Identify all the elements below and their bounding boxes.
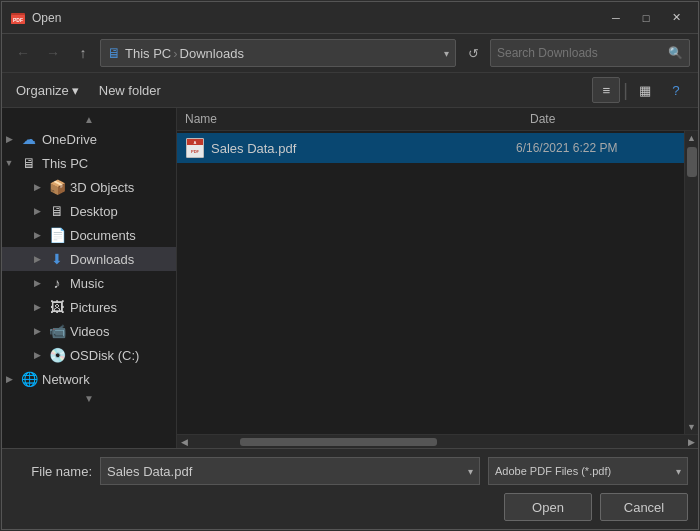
sidebar-label-osdisk: OSDisk (C:) bbox=[70, 348, 139, 363]
back-button[interactable]: ← bbox=[10, 40, 36, 66]
table-row[interactable]: A PDF Sales Data.pdf 6/16/2021 6:22 PM bbox=[177, 133, 684, 163]
view-divider: | bbox=[623, 80, 628, 101]
sidebar-expand-desktop: ▶ bbox=[30, 204, 44, 218]
sidebar-expand-pictures: ▶ bbox=[30, 300, 44, 314]
file-name: Sales Data.pdf bbox=[211, 141, 516, 156]
sidebar-expand-videos: ▶ bbox=[30, 324, 44, 338]
sidebar-item-music[interactable]: ▶ ♪ Music bbox=[2, 271, 176, 295]
scroll-down-arrow[interactable]: ▼ bbox=[685, 420, 699, 434]
sidebar-expand-osdisk: ▶ bbox=[30, 348, 44, 362]
filename-dropdown-arrow: ▾ bbox=[468, 466, 473, 477]
sidebar-item-downloads[interactable]: ▶ ⬇ Downloads bbox=[2, 247, 176, 271]
command-toolbar: Organize ▾ New folder ≡ | ▦ ? bbox=[2, 73, 698, 108]
scroll-thumb[interactable] bbox=[687, 147, 697, 177]
sidebar: ▲ ▶ ☁ OneDrive ▼ 🖥 This PC ▶ 📦 3D Object… bbox=[2, 108, 177, 448]
view-list-button[interactable]: ≡ bbox=[592, 77, 620, 103]
file-area-with-scroll: A PDF Sales Data.pdf 6/16/2021 6:22 PM bbox=[177, 131, 698, 434]
toolbar2-left: Organize ▾ New folder bbox=[10, 80, 167, 101]
organize-button[interactable]: Organize ▾ bbox=[10, 80, 85, 101]
dialog-icon: PDF bbox=[10, 10, 26, 26]
file-table-header: Name Date bbox=[177, 108, 698, 131]
osdisk-icon: 💿 bbox=[48, 346, 66, 364]
sidebar-item-pictures[interactable]: ▶ 🖼 Pictures bbox=[2, 295, 176, 319]
search-icon: 🔍 bbox=[668, 46, 683, 60]
sidebar-label-downloads: Downloads bbox=[70, 252, 134, 267]
vertical-scrollbar: ▲ ▼ bbox=[684, 131, 698, 434]
h-scroll-left-arrow[interactable]: ◀ bbox=[177, 435, 191, 449]
sidebar-expand-3d: ▶ bbox=[30, 180, 44, 194]
breadcrumb: This PC › Downloads bbox=[125, 46, 440, 61]
dialog-title: Open bbox=[32, 11, 61, 25]
sidebar-expand-onedrive: ▶ bbox=[2, 132, 16, 146]
file-date: 6/16/2021 6:22 PM bbox=[516, 141, 676, 155]
minimize-button[interactable]: ─ bbox=[602, 7, 630, 29]
sidebar-item-videos[interactable]: ▶ 📹 Videos bbox=[2, 319, 176, 343]
filetype-value: Adobe PDF Files (*.pdf) bbox=[495, 465, 611, 477]
main-content: ▲ ▶ ☁ OneDrive ▼ 🖥 This PC ▶ 📦 3D Object… bbox=[2, 108, 698, 448]
sidebar-item-onedrive[interactable]: ▶ ☁ OneDrive bbox=[2, 127, 176, 151]
search-box[interactable]: 🔍 bbox=[490, 39, 690, 67]
sidebar-item-3d-objects[interactable]: ▶ 📦 3D Objects bbox=[2, 175, 176, 199]
sidebar-label-this-pc: This PC bbox=[42, 156, 88, 171]
title-controls: ─ □ ✕ bbox=[602, 7, 690, 29]
address-bar[interactable]: 🖥 This PC › Downloads ▾ bbox=[100, 39, 456, 67]
sidebar-item-desktop[interactable]: ▶ 🖥 Desktop bbox=[2, 199, 176, 223]
col-date-header: Date bbox=[530, 112, 690, 126]
scroll-up-arrow[interactable]: ▲ bbox=[685, 131, 699, 145]
file-list: A PDF Sales Data.pdf 6/16/2021 6:22 PM bbox=[177, 131, 684, 434]
videos-icon: 📹 bbox=[48, 322, 66, 340]
view-tiles-button[interactable]: ▦ bbox=[631, 77, 659, 103]
sidebar-expand-music: ▶ bbox=[30, 276, 44, 290]
sidebar-expand-this-pc: ▼ bbox=[2, 156, 16, 170]
sidebar-item-osdisk[interactable]: ▶ 💿 OSDisk (C:) bbox=[2, 343, 176, 367]
filetype-select[interactable]: Adobe PDF Files (*.pdf) ▾ bbox=[488, 457, 688, 485]
sidebar-item-this-pc[interactable]: ▼ 🖥 This PC bbox=[2, 151, 176, 175]
help-button[interactable]: ? bbox=[662, 77, 690, 103]
horizontal-scrollbar: ◀ ▶ bbox=[177, 434, 698, 448]
h-scroll-right-arrow[interactable]: ▶ bbox=[684, 435, 698, 449]
filename-label: File name: bbox=[12, 464, 92, 479]
file-area: Name Date A PDF bbox=[177, 108, 698, 448]
3d-objects-icon: 📦 bbox=[48, 178, 66, 196]
sidebar-scroll-down[interactable]: ▼ bbox=[2, 391, 176, 406]
address-toolbar: ← → ↑ 🖥 This PC › Downloads ▾ ↺ 🔍 bbox=[2, 34, 698, 73]
close-button[interactable]: ✕ bbox=[662, 7, 690, 29]
breadcrumb-sep1: › bbox=[173, 46, 177, 61]
open-button[interactable]: Open bbox=[504, 493, 592, 521]
sidebar-label-network: Network bbox=[42, 372, 90, 387]
h-scroll-thumb[interactable] bbox=[240, 438, 437, 446]
maximize-button[interactable]: □ bbox=[632, 7, 660, 29]
toolbar2-right: ≡ | ▦ ? bbox=[592, 77, 690, 103]
refresh-button[interactable]: ↺ bbox=[460, 40, 486, 66]
title-bar: PDF Open ─ □ ✕ bbox=[2, 2, 698, 34]
open-dialog: PDF Open ─ □ ✕ ← → ↑ 🖥 This PC › Downloa… bbox=[1, 1, 699, 530]
up-button[interactable]: ↑ bbox=[70, 40, 96, 66]
bottom-bar: File name: Sales Data.pdf ▾ Adobe PDF Fi… bbox=[2, 448, 698, 529]
sidebar-label-pictures: Pictures bbox=[70, 300, 117, 315]
sidebar-item-documents[interactable]: ▶ 📄 Documents bbox=[2, 223, 176, 247]
sidebar-item-network[interactable]: ▶ 🌐 Network bbox=[2, 367, 176, 391]
search-input[interactable] bbox=[497, 46, 664, 60]
sidebar-label-music: Music bbox=[70, 276, 104, 291]
sidebar-label-desktop: Desktop bbox=[70, 204, 118, 219]
new-folder-button[interactable]: New folder bbox=[93, 80, 167, 101]
breadcrumb-this-pc: This PC bbox=[125, 46, 171, 61]
sidebar-label-3d-objects: 3D Objects bbox=[70, 180, 134, 195]
network-icon: 🌐 bbox=[20, 370, 38, 388]
title-bar-left: PDF Open bbox=[10, 10, 61, 26]
this-pc-icon: 🖥 bbox=[20, 154, 38, 172]
music-icon: ♪ bbox=[48, 274, 66, 292]
address-dropdown-arrow[interactable]: ▾ bbox=[444, 48, 449, 59]
file-pdf-icon: A PDF bbox=[185, 137, 205, 159]
organize-label: Organize bbox=[16, 83, 69, 98]
scroll-thumb-container bbox=[685, 145, 698, 420]
cancel-button[interactable]: Cancel bbox=[600, 493, 688, 521]
organize-arrow: ▾ bbox=[72, 83, 79, 98]
documents-icon: 📄 bbox=[48, 226, 66, 244]
sidebar-scroll-up[interactable]: ▲ bbox=[2, 112, 176, 127]
forward-button[interactable]: → bbox=[40, 40, 66, 66]
sidebar-label-onedrive: OneDrive bbox=[42, 132, 97, 147]
col-name-header: Name bbox=[185, 112, 530, 126]
sidebar-expand-network: ▶ bbox=[2, 372, 16, 386]
filename-input[interactable]: Sales Data.pdf ▾ bbox=[100, 457, 480, 485]
